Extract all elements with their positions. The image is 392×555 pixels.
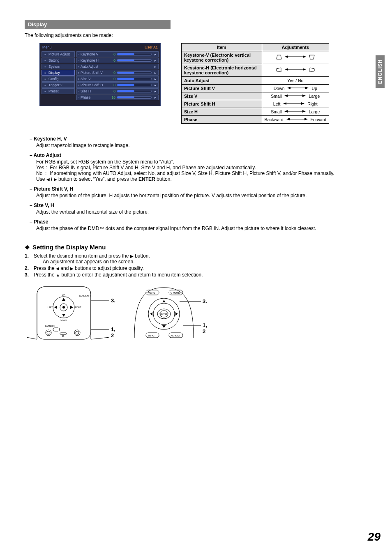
svg-marker-30 <box>62 314 65 317</box>
up-arrow-icon: ▲ <box>56 273 60 277</box>
svg-marker-7 <box>285 68 288 71</box>
intro-text: The following adjustments can be made: <box>25 32 371 38</box>
svg-marker-2 <box>285 55 288 58</box>
right-arrow-icon: ▶ <box>54 177 57 182</box>
osd-right-item: ▫Keystone V0▸ <box>76 51 159 57</box>
osd-right-item: ▫Keystone H0▸ <box>76 58 159 63</box>
svg-marker-24 <box>304 118 308 120</box>
adjustments-table: Item Adjustments Keystone-V (Electronic … <box>181 43 329 124</box>
language-tab: ENGLISH <box>376 55 385 88</box>
svg-marker-56 <box>162 300 166 302</box>
svg-point-43 <box>76 331 79 334</box>
left-arrow-icon: ◀ <box>46 177 50 182</box>
svg-marker-17 <box>283 102 286 105</box>
osd-right-item: ▫Phase16▸ <box>76 94 159 100</box>
adj-header-adjustments: Adjustments <box>262 44 329 51</box>
svg-marker-20 <box>284 110 288 113</box>
section-header-display: Display <box>25 20 171 29</box>
svg-marker-59 <box>175 312 178 315</box>
svg-text:PATTERN: PATTERN <box>45 325 55 327</box>
svg-marker-32 <box>70 306 73 309</box>
osd-menu: Menu User A1 ▪Picture Adjust▪Setting▪Sys… <box>39 43 161 106</box>
osd-left-item: ▪Trigger 2 <box>42 82 75 88</box>
adj-row: Picture Shift VDown Up <box>182 85 329 92</box>
osd-right-item: ▫Picture Shift V0▸ <box>76 70 159 76</box>
svg-text:MENU: MENU <box>148 292 155 294</box>
osd-right-item: ▫Auto Adjust▸ <box>76 64 159 69</box>
svg-text:INPUT: INPUT <box>148 334 156 337</box>
svg-text:RIGHT: RIGHT <box>75 306 81 309</box>
adj-header-item: Item <box>182 44 262 51</box>
svg-text:V-MUTE: V-MUTE <box>171 292 180 294</box>
svg-point-28 <box>62 306 65 309</box>
adj-row: Keystone-V (Electronic vertical keystone… <box>182 51 329 64</box>
desc-size-vh: Size V, H Adjust the vertical and horizo… <box>30 203 371 215</box>
svg-marker-11 <box>287 87 291 89</box>
svg-marker-14 <box>284 94 288 97</box>
osd-right-item: ▫Picture Shift H0▸ <box>76 82 159 88</box>
svg-marker-8 <box>303 68 306 71</box>
steps-list: 1. Select the desired menu item and pres… <box>25 253 371 278</box>
osd-left-item: ▪Display <box>42 70 75 76</box>
svg-marker-18 <box>301 102 304 105</box>
right-arrow-icon: ▶ <box>70 266 74 271</box>
setting-display-menu-heading: ❖ Setting the Display Menu <box>25 244 371 251</box>
svg-point-42 <box>74 330 80 336</box>
remote-controls-diagram: MENU V-MUTE ENTER INPUT ASPECT <box>131 284 205 342</box>
desc-picture-shift: Picture Shift V, H Adjust the position o… <box>30 186 371 198</box>
svg-text:UP: UP <box>62 294 65 296</box>
projector-controls-diagram: LENS SHIFT UP DOWN LEFT RIGHT PATTERN 3.… <box>36 284 104 348</box>
svg-text:LENS SHIFT: LENS SHIFT <box>79 295 91 297</box>
svg-marker-9 <box>310 68 314 72</box>
desc-auto-adjust: Auto Adjust For RGB input, set RGB syste… <box>30 152 371 182</box>
svg-point-38 <box>46 330 51 336</box>
diamond-bullet-icon: ❖ <box>25 244 30 251</box>
callout-3: 3. <box>203 298 207 304</box>
svg-text:DOWN: DOWN <box>60 319 67 322</box>
osd-menu-title: Menu <box>42 45 52 49</box>
svg-text:LEFT: LEFT <box>48 306 53 309</box>
osd-right-item: ▫Size V0▸ <box>76 76 159 82</box>
svg-text:ASPECT: ASPECT <box>171 334 180 337</box>
osd-left-item: ▪System <box>42 64 75 69</box>
callout-1-2: 1, 2 <box>203 322 207 334</box>
osd-left-item: ▪Preset <box>42 88 75 94</box>
svg-marker-29 <box>62 298 65 301</box>
svg-marker-31 <box>54 306 57 309</box>
left-arrow-icon: ◀ <box>56 266 59 271</box>
svg-marker-57 <box>162 325 166 328</box>
svg-marker-58 <box>150 312 152 315</box>
svg-marker-3 <box>303 55 306 58</box>
svg-marker-21 <box>302 110 306 113</box>
adj-row: Size VSmall Large <box>182 92 329 100</box>
svg-marker-4 <box>309 55 314 59</box>
adj-row: Picture Shift HLeft Right <box>182 100 329 108</box>
svg-marker-5 <box>277 68 281 72</box>
callout-3: 3. <box>111 297 115 304</box>
svg-point-39 <box>47 331 50 334</box>
svg-marker-23 <box>286 118 290 120</box>
osd-right-item: ▫Size H0▸ <box>76 88 159 94</box>
adj-row: PhaseBackward Forward <box>182 116 329 124</box>
desc-phase: Phase Adjust the phase of the DMD™ dots … <box>30 219 371 231</box>
callout-1-2: 1, 2 <box>111 326 115 339</box>
svg-point-41 <box>62 335 64 337</box>
page-number: 29 <box>368 530 380 543</box>
svg-marker-12 <box>305 87 309 89</box>
osd-left-item: ▪Setting <box>42 58 75 63</box>
desc-keystone-hv: Keystone H, V Adjust trapezoid image to … <box>30 136 371 148</box>
adj-row: Size HSmall Large <box>182 108 329 116</box>
svg-text:ENTER: ENTER <box>160 313 168 315</box>
osd-left-item: ▪Picture Adjust <box>42 51 75 57</box>
adj-row: Keystone-H (Electronic horizontal keysto… <box>182 64 329 77</box>
svg-rect-40 <box>60 333 67 334</box>
right-arrow-icon: ▶ <box>130 254 134 258</box>
osd-left-item: ▪Config <box>42 76 75 82</box>
svg-marker-15 <box>302 94 306 97</box>
adj-row: Auto AdjustYes / No <box>182 77 329 85</box>
svg-marker-0 <box>277 55 281 59</box>
osd-source-label: User A1 <box>145 45 158 49</box>
